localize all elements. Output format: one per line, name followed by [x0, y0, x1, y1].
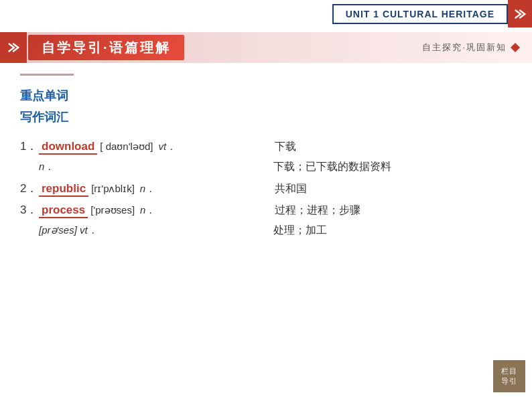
vocab-entry-1-extra: n． 下载；已下载的数据资料: [20, 160, 512, 174]
unit-label: UNIT 1 CULTURAL HERITAGE: [332, 4, 508, 24]
label-key-words: 重点单词: [20, 88, 512, 104]
vocab-entry-1: 1． download [ daʊn'ləʊd] vt． 下载: [20, 139, 512, 155]
entry-2-meaning: 共和国: [275, 182, 307, 196]
header-arrow-icon: [508, 0, 532, 27]
entry-3-num: 3．: [20, 202, 39, 218]
section-arrow-icon: [0, 32, 27, 63]
entry-3-pos: n．: [140, 204, 155, 217]
entry-3-extra-meaning: 处理；加工: [273, 224, 327, 238]
entry-2-num: 2．: [20, 181, 39, 196]
entry-1-num: 1．: [20, 139, 39, 154]
entry-3-word: process: [39, 204, 88, 218]
vocab-entry-2: 2． republic [rɪ'pʌblɪk] n． 共和国: [20, 181, 512, 197]
decorative-line: [20, 74, 74, 76]
right-subtitle: 自主探究·巩固新知: [422, 32, 519, 63]
top-header: UNIT 1 CULTURAL HERITAGE: [332, 0, 532, 27]
entry-3-meaning: 过程；进程；步骤: [275, 204, 360, 218]
vocab-entry-3-left: 3． process ['prəʊses] n．: [20, 202, 275, 218]
entry-1-pos: vt．: [158, 141, 176, 153]
entry-1-word: download: [39, 140, 97, 155]
vocab-entry-3-extra: [prə'ses] vt． 处理；加工: [20, 224, 512, 238]
section-subtitle: 语篇理解: [109, 39, 171, 57]
entry-3-phonetic: ['prəʊses]: [90, 204, 135, 216]
entry-2-phonetic: [rɪ'pʌblɪk]: [91, 183, 135, 195]
section-title: 自学导引·: [42, 39, 109, 57]
label-writing-vocab: 写作词汇: [20, 109, 512, 125]
vocab-entry-2-left: 2． republic [rɪ'pʌblɪk] n．: [20, 181, 275, 197]
entry-3-extra-phonetic-pos: [prə'ses] vt．: [39, 224, 173, 237]
nav-button-line1: 栏目: [501, 366, 517, 376]
entry-1-phonetic: [ daʊn'ləʊd]: [100, 141, 153, 153]
nav-button[interactable]: 栏目 导引: [493, 360, 525, 392]
vocab-entry-1-left: 1． download [ daʊn'ləʊd] vt．: [20, 139, 275, 155]
diamond-icon: [511, 43, 520, 52]
entry-1-meaning: 下载: [275, 140, 296, 154]
section-title-box: 自学导引· 语篇理解: [28, 35, 184, 60]
entry-2-pos: n．: [140, 183, 155, 195]
entry-1-extra-meaning: 下载；已下载的数据资料: [273, 160, 391, 174]
entry-1-extra-pos: n．: [39, 161, 173, 173]
nav-button-line2: 导引: [501, 376, 517, 386]
main-content: 重点单词 写作词汇 1． download [ daʊn'ləʊd] vt． 下…: [20, 74, 512, 366]
entry-2-word: republic: [39, 182, 88, 197]
vocab-entry-3: 3． process ['prəʊses] n． 过程；进程；步骤: [20, 202, 512, 218]
right-subtitle-text: 自主探究·巩固新知: [422, 42, 507, 54]
